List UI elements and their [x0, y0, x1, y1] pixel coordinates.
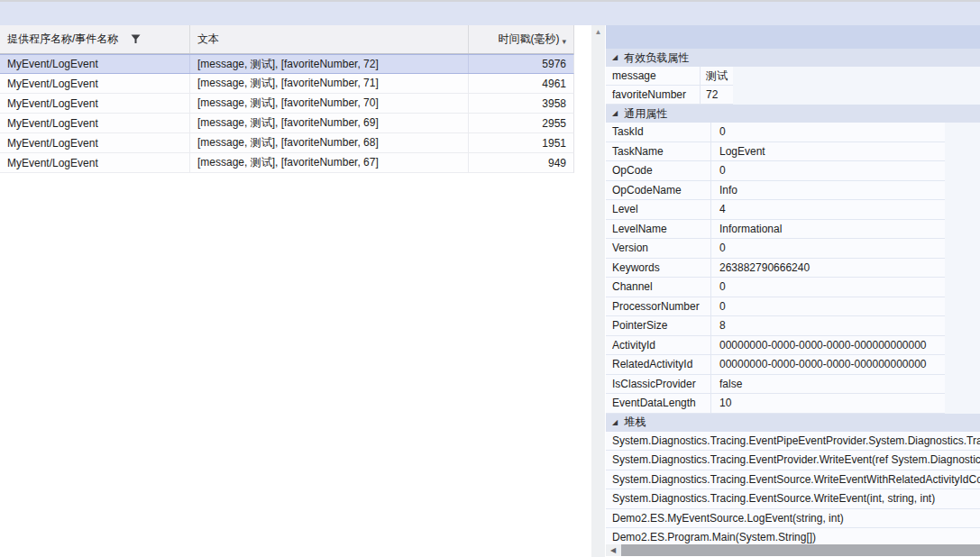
property-name: Level	[606, 200, 711, 219]
stack-frame-row[interactable]: Demo2.ES.MyEventSource.LogEvent(string, …	[606, 509, 980, 529]
event-row[interactable]: MyEvent/LogEvent [message, 测试], [favorit…	[0, 74, 574, 94]
horizontal-scrollbar[interactable]: ◀	[606, 544, 980, 556]
payload-section-header[interactable]: ◢ 有效负载属性	[606, 49, 980, 67]
event-properties-panel: ◢ 有效负载属性 message 测试 favoriteNumber 72 ◢ …	[606, 25, 980, 544]
stack-frame-row[interactable]: System.Diagnostics.Tracing.EventPipeEven…	[606, 432, 980, 452]
timestamp-cell[interactable]: 1951	[469, 133, 573, 152]
property-row[interactable]: OpCode 0	[606, 161, 945, 181]
text-cell[interactable]: [message, 测试], [favoriteNumber, 67]	[190, 153, 469, 172]
column-header-timestamp-label: 时间戳(毫秒)	[498, 32, 559, 47]
property-row[interactable]: IsClassicProvider false	[606, 375, 945, 395]
scroll-up-button[interactable]: ▲	[591, 25, 605, 39]
property-row[interactable]: message 测试	[606, 67, 733, 86]
property-name: Channel	[606, 278, 711, 297]
property-value: 00000000-0000-0000-0000-000000000000	[711, 355, 945, 374]
property-row[interactable]: ProcessorNumber 0	[606, 297, 945, 317]
provider-cell[interactable]: MyEvent/LogEvent	[0, 114, 190, 132]
property-row[interactable]: TaskName LogEvent	[606, 142, 945, 162]
property-name: TaskId	[606, 123, 711, 142]
timestamp-cell[interactable]: 3958	[469, 94, 573, 113]
property-value: 0	[711, 123, 945, 142]
property-value: Informational	[711, 220, 945, 239]
stack-frame-row[interactable]: System.Diagnostics.Tracing.EventSource.W…	[606, 470, 980, 490]
event-row[interactable]: MyEvent/LogEvent [message, 测试], [favorit…	[0, 54, 574, 74]
timestamp-cell[interactable]: 2955	[469, 114, 573, 132]
text-cell[interactable]: [message, 测试], [favoriteNumber, 68]	[190, 133, 469, 152]
property-value: 4	[711, 200, 945, 219]
property-value: 测试	[701, 67, 733, 85]
property-row[interactable]: EventDataLength 10	[606, 394, 945, 414]
property-row[interactable]: LevelName Informational	[606, 220, 945, 240]
property-name: ProcessorNumber	[606, 297, 711, 316]
provider-cell[interactable]: MyEvent/LogEvent	[0, 94, 190, 113]
property-name: ActivityId	[606, 336, 711, 355]
property-row[interactable]: favoriteNumber 72	[606, 86, 733, 105]
property-name: PointerSize	[606, 316, 711, 335]
text-cell[interactable]: [message, 测试], [favoriteNumber, 71]	[190, 74, 469, 93]
property-row[interactable]: OpCodeName Info	[606, 181, 945, 201]
text-cell[interactable]: [message, 测试], [favoriteNumber, 72]	[190, 55, 469, 73]
timestamp-cell[interactable]: 5976	[469, 55, 573, 73]
property-row[interactable]: Keywords 263882790666240	[606, 259, 945, 278]
property-row[interactable]: Level 4	[606, 200, 945, 220]
event-row[interactable]: MyEvent/LogEvent [message, 测试], [favorit…	[0, 94, 574, 114]
property-value: 72	[701, 86, 733, 104]
events-table: 提供程序名称/事件名称 文本 时间戳(毫秒) ▾ MyEvent/LogEven…	[0, 25, 574, 173]
stack-frame-row[interactable]: System.Diagnostics.Tracing.EventProvider…	[606, 451, 980, 470]
timestamp-cell[interactable]: 4961	[469, 74, 573, 93]
property-row[interactable]: Version 0	[606, 239, 945, 259]
text-cell[interactable]: [message, 测试], [favoriteNumber, 70]	[190, 94, 469, 113]
stack-section-title: 堆栈	[624, 415, 646, 430]
property-value: 0	[711, 278, 945, 297]
common-section-title: 通用属性	[624, 106, 667, 122]
common-properties-grid: TaskId 0 TaskName LogEvent OpCode 0 OpCo…	[606, 123, 945, 414]
provider-cell[interactable]: MyEvent/LogEvent	[0, 74, 190, 93]
sort-descending-icon[interactable]: ▾	[562, 38, 566, 46]
event-row[interactable]: MyEvent/LogEvent [message, 测试], [favorit…	[0, 133, 574, 153]
property-row[interactable]: TaskId 0	[606, 123, 945, 142]
expander-icon[interactable]: ◢	[612, 419, 618, 426]
provider-cell[interactable]: MyEvent/LogEvent	[0, 133, 190, 152]
property-row[interactable]: RelatedActivityId 00000000-0000-0000-000…	[606, 355, 945, 375]
expander-icon[interactable]: ◢	[612, 110, 618, 117]
expander-icon[interactable]: ◢	[612, 54, 618, 61]
property-value: 0	[711, 161, 945, 180]
toolbar-band	[0, 2, 980, 25]
event-row[interactable]: MyEvent/LogEvent [message, 测试], [favorit…	[0, 114, 574, 133]
vertical-scrollbar[interactable]: ▲	[591, 25, 605, 557]
property-value: 0	[711, 297, 945, 316]
property-name: Version	[606, 239, 711, 258]
property-row[interactable]: ActivityId 00000000-0000-0000-0000-00000…	[606, 336, 945, 356]
timestamp-cell[interactable]: 949	[469, 153, 573, 172]
property-name: LevelName	[606, 220, 711, 239]
text-cell[interactable]: [message, 测试], [favoriteNumber, 69]	[190, 114, 469, 132]
column-header-provider-label: 提供程序名称/事件名称	[7, 32, 118, 47]
property-row[interactable]: PointerSize 8	[606, 316, 945, 336]
property-name: message	[606, 67, 701, 85]
property-row[interactable]: Channel 0	[606, 278, 945, 297]
stack-section-header[interactable]: ◢ 堆栈	[606, 414, 980, 432]
event-row[interactable]: MyEvent/LogEvent [message, 测试], [favorit…	[0, 153, 574, 173]
stack-frames-list: System.Diagnostics.Tracing.EventPipeEven…	[606, 432, 980, 545]
property-value: 263882790666240	[711, 259, 945, 278]
column-header-timestamp[interactable]: 时间戳(毫秒) ▾	[469, 25, 573, 53]
payload-properties-grid: message 测试 favoriteNumber 72	[606, 67, 733, 105]
property-name: RelatedActivityId	[606, 355, 711, 374]
filter-icon[interactable]	[131, 34, 141, 44]
property-value: 00000000-0000-0000-0000-000000000000	[711, 336, 945, 355]
property-value: LogEvent	[711, 142, 945, 161]
horizontal-scrollbar-thumb[interactable]	[621, 544, 980, 556]
scroll-left-button[interactable]: ◀	[606, 544, 620, 556]
stack-frame-row[interactable]: Demo2.ES.Program.Main(System.String[])	[606, 528, 980, 544]
provider-cell[interactable]: MyEvent/LogEvent	[0, 153, 190, 172]
property-name: TaskName	[606, 142, 711, 161]
payload-section-title: 有效负载属性	[624, 50, 689, 66]
stack-frame-row[interactable]: System.Diagnostics.Tracing.EventSource.W…	[606, 489, 980, 509]
column-header-provider[interactable]: 提供程序名称/事件名称	[0, 25, 190, 53]
scroll-left-arrow-icon: ◀	[610, 547, 616, 554]
column-header-text[interactable]: 文本	[190, 25, 469, 53]
property-value: Info	[711, 181, 945, 200]
property-name: favoriteNumber	[606, 86, 701, 104]
provider-cell[interactable]: MyEvent/LogEvent	[0, 55, 190, 73]
common-section-header[interactable]: ◢ 通用属性	[606, 105, 980, 123]
